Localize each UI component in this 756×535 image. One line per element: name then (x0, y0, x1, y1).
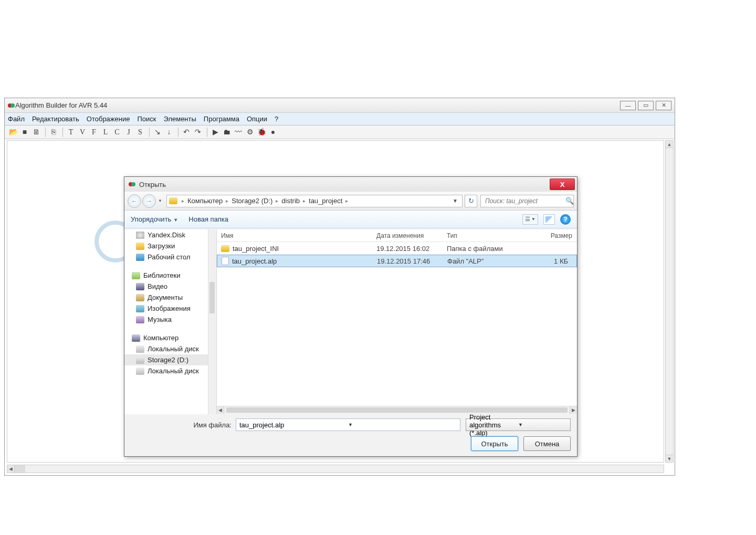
toolbar-letter-l[interactable]: L (100, 128, 111, 137)
search-icon[interactable]: 🔍 (565, 197, 574, 205)
scroll-right-icon[interactable]: ▶ (570, 406, 577, 414)
tree-images[interactable]: Изображения (124, 303, 216, 314)
menu-view[interactable]: Отображение (87, 115, 130, 123)
new-folder-button[interactable]: Новая папка (188, 215, 228, 223)
refresh-button[interactable]: ↻ (465, 195, 477, 207)
help-icon[interactable]: ? (560, 214, 571, 225)
dialog-close-button[interactable]: X (550, 179, 575, 190)
search-input[interactable] (484, 197, 565, 205)
scroll-left-icon[interactable]: ◀ (7, 465, 15, 473)
file-list-scrollbar[interactable]: ◀ ▶ (217, 406, 577, 414)
toolbar-letter-s[interactable]: S (135, 128, 145, 137)
documents-icon (136, 294, 144, 301)
tree-scrollbar[interactable] (208, 229, 216, 414)
menu-options[interactable]: Опции (247, 115, 267, 123)
scroll-down-icon[interactable]: ▼ (666, 455, 673, 462)
toolbar: 📂 ■ 🗎 ⎘ T V F L C J S ↘ ↓ ↶ ↷ ▶ 🖿 〰 ⚙ 🐞 … (5, 125, 675, 139)
menu-help[interactable]: ? (275, 115, 278, 123)
filename-value: tau_project.alp (239, 421, 348, 429)
filter-value: Project algorithms (*.alp) (469, 413, 518, 437)
tree-libraries[interactable]: Библиотеки (124, 270, 216, 281)
vertical-scrollbar[interactable]: ▲ ▼ (665, 140, 674, 463)
maximize-button[interactable]: ▭ (638, 101, 654, 110)
filter-dropdown-icon[interactable]: ▼ (518, 422, 567, 427)
file-type: Файл "ALP" (443, 257, 513, 265)
drive-icon (136, 356, 144, 364)
menu-program[interactable]: Программа (204, 115, 239, 123)
toolbar-run-icon[interactable]: ▶ (210, 128, 220, 137)
preview-pane-button[interactable] (543, 214, 555, 225)
file-row-selected[interactable]: tau_project.alp 19.12.2015 17:46 Файл "A… (217, 255, 577, 267)
tree-video[interactable]: Видео (124, 281, 216, 292)
file-list-header: Имя Дата изменения Тип Размер (217, 229, 577, 242)
images-icon (136, 305, 144, 312)
tree-storage2[interactable]: Storage2 (D:) (124, 354, 216, 365)
toolbar-bug-icon[interactable]: 🐞 (256, 128, 267, 137)
tree-local-disk-c[interactable]: Локальный диск (124, 343, 216, 354)
menu-elements[interactable]: Элементы (163, 115, 196, 123)
address-bar[interactable]: ▸ Компьютер ▸ Storage2 (D:) ▸ distrib ▸ … (166, 195, 463, 207)
menubar: Файл Редактировать Отображение Поиск Эле… (5, 113, 675, 125)
dialog-titlebar: Открыть X (124, 177, 577, 192)
tree-yandex-disk[interactable]: Yandex.Disk (124, 229, 216, 240)
menu-edit[interactable]: Редактировать (32, 115, 79, 123)
toolbar-wave-icon[interactable]: 〰 (233, 128, 244, 137)
column-size[interactable]: Размер (513, 232, 577, 239)
tree-documents[interactable]: Документы (124, 292, 216, 303)
column-date[interactable]: Дата изменения (372, 232, 443, 239)
view-mode-button[interactable]: ☰ ▼ (522, 214, 538, 225)
nav-history-dropdown[interactable]: ▼ (157, 194, 163, 208)
toolbar-letter-f[interactable]: F (89, 128, 99, 137)
toolbar-copy-icon[interactable]: ⎘ (48, 128, 59, 137)
address-dropdown-icon[interactable]: ▼ (450, 198, 460, 204)
breadcrumb-separator-icon: ▸ (181, 198, 185, 204)
tree-local-disk-e[interactable]: Локальный диск (124, 365, 216, 376)
scroll-thumb[interactable] (15, 465, 25, 473)
toolbar-letter-t[interactable]: T (66, 128, 76, 137)
toolbar-letter-j[interactable]: J (123, 128, 134, 137)
tree-computer[interactable]: Компьютер (124, 332, 216, 343)
nav-forward-button[interactable]: → (142, 194, 156, 208)
toolbar-chip-icon[interactable]: 🖿 (222, 128, 232, 137)
column-type[interactable]: Тип (443, 232, 513, 239)
nav-back-button[interactable]: ← (128, 194, 141, 208)
toolbar-doc-icon[interactable]: 🗎 (31, 128, 41, 137)
filetype-filter[interactable]: Project algorithms (*.alp) ▼ (466, 418, 571, 431)
scroll-thumb[interactable] (209, 282, 215, 313)
dialog-body: Yandex.Disk Загрузки Рабочий стол Библио… (124, 229, 577, 414)
filename-field[interactable]: tau_project.alp ▼ (236, 418, 460, 431)
breadcrumb-tau-project[interactable]: tau_project (307, 197, 344, 205)
horizontal-scrollbar[interactable]: ◀ (7, 465, 664, 473)
tree-downloads[interactable]: Загрузки (124, 240, 216, 251)
file-row-folder[interactable]: tau_project_INI 19.12.2015 16:02 Папка с… (217, 242, 577, 255)
tree-desktop[interactable]: Рабочий стол (124, 251, 216, 263)
toolbar-arrow-icon[interactable]: ↘ (152, 128, 163, 137)
breadcrumb-computer[interactable]: Компьютер (185, 197, 225, 205)
minimize-button[interactable]: — (620, 101, 636, 110)
cancel-button[interactable]: Отмена (523, 436, 571, 451)
column-name[interactable]: Имя (217, 232, 372, 239)
scroll-up-icon[interactable]: ▲ (666, 141, 673, 148)
breadcrumb-drive[interactable]: Storage2 (D:) (229, 197, 275, 205)
toolbar-letter-v[interactable]: V (77, 128, 88, 137)
toolbar-letter-c[interactable]: C (112, 128, 122, 137)
scroll-left-icon[interactable]: ◀ (217, 406, 224, 414)
menu-search[interactable]: Поиск (137, 115, 156, 123)
menu-file[interactable]: Файл (8, 115, 25, 123)
toolbar-save-icon[interactable]: ■ (19, 128, 30, 137)
breadcrumb-distrib[interactable]: distrib (279, 197, 302, 205)
file-list: Имя Дата изменения Тип Размер tau_projec… (217, 229, 577, 414)
toolbar-down-icon[interactable]: ↓ (164, 128, 174, 137)
scroll-thumb[interactable] (226, 407, 568, 413)
toolbar-redo-icon[interactable]: ↷ (193, 128, 203, 137)
toolbar-tool-icon[interactable]: ⚙ (245, 128, 255, 137)
toolbar-open-icon[interactable]: 📂 (8, 128, 18, 137)
filename-dropdown-icon[interactable]: ▼ (348, 422, 457, 427)
organize-button[interactable]: Упорядочить▼ (131, 215, 178, 223)
open-button[interactable]: Открыть (471, 436, 518, 451)
toolbar-stop-icon[interactable]: ● (268, 128, 278, 137)
close-app-button[interactable]: ✕ (656, 101, 671, 110)
tree-music[interactable]: Музыка (124, 314, 216, 325)
search-box[interactable]: 🔍 (480, 195, 574, 207)
toolbar-undo-icon[interactable]: ↶ (181, 128, 192, 137)
